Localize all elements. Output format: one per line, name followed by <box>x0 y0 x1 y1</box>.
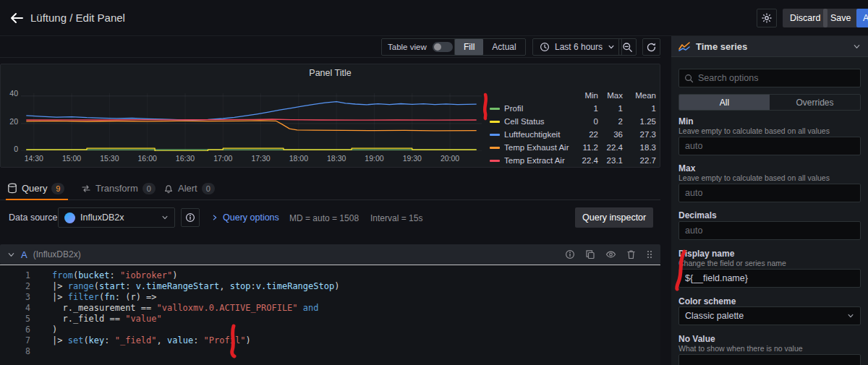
legend-row: Luftfeuchtigkeit 22 36 27.3 <box>490 128 656 141</box>
code-line: 1from(bucket: "iobroker") <box>0 270 660 281</box>
chart-plot[interactable] <box>21 93 482 151</box>
bell-icon <box>163 184 174 194</box>
legend-value-mean: 1 <box>623 104 656 113</box>
legend-series[interactable]: Temp Exhaust Air <box>490 143 574 152</box>
tab-alert[interactable]: Alert 0 <box>163 176 215 200</box>
table-view-toggle[interactable] <box>433 42 453 52</box>
line-number: 1 <box>0 270 30 281</box>
query-datasource-hint: (InfluxDB2x) <box>33 249 81 259</box>
code-text: r._field == "value" <box>52 314 162 325</box>
hide-query-eye-icon[interactable] <box>605 250 616 259</box>
chevron-down-icon <box>853 43 861 51</box>
viz-picker-header[interactable]: Time series <box>671 36 868 57</box>
options-tab-all[interactable]: All <box>679 95 770 110</box>
options-tabs: All Overrides <box>678 94 861 111</box>
legend-value-max: 36 <box>598 130 623 139</box>
line-number: 4 <box>0 303 30 314</box>
legend-value-mean: 27.3 <box>623 130 656 139</box>
refresh-button[interactable] <box>642 38 660 56</box>
option-color-scheme-select[interactable]: Classic palette <box>678 306 861 325</box>
option-max-description: Leave empty to calculate based on all va… <box>678 173 830 182</box>
code-line: 6) <box>0 325 660 335</box>
chevron-down-icon <box>847 312 854 319</box>
apply-button[interactable]: Apply <box>856 9 868 27</box>
code-text: |> filter(fn: (r) => <box>52 292 157 303</box>
time-range-label: Last 6 hours <box>555 42 603 52</box>
legend-series[interactable]: Cell Status <box>490 117 574 126</box>
panel-settings-button[interactable] <box>757 9 777 27</box>
option-decimals-input[interactable] <box>678 221 861 240</box>
legend-series[interactable]: Luftfeuchtigkeit <box>490 130 574 139</box>
legend: Min Max Mean Profil 1 1 1 Cell Status 0 … <box>490 89 656 167</box>
color-scheme-value: Classic palette <box>685 311 744 321</box>
legend-series-swatch <box>490 108 500 110</box>
code-line: 4 r._measurement == "valloxmv.0.ACTIVE_P… <box>0 303 660 314</box>
query-options-link[interactable]: Query options <box>223 212 279 223</box>
legend-value-max: 23.1 <box>598 156 623 165</box>
datasource-help-button[interactable] <box>181 208 200 227</box>
datasource-label: Data source <box>9 212 57 223</box>
x-axis-tick-label: 17:00 <box>213 154 232 163</box>
legend-series[interactable]: Profil <box>490 104 574 113</box>
option-display-name-input[interactable] <box>678 269 861 288</box>
query-inspector-button[interactable]: Query inspector <box>575 207 653 228</box>
option-min-label: Min <box>678 116 694 126</box>
magnifier-minus-icon <box>622 42 633 53</box>
toggle-knob <box>434 43 441 51</box>
actual-button[interactable]: Actual <box>483 39 524 55</box>
option-no-value-input[interactable] <box>678 354 861 365</box>
database-icon <box>7 183 17 194</box>
query-row-header[interactable]: A (InfluxDB2x) <box>0 244 660 265</box>
legend-column-mean[interactable]: Mean <box>623 91 656 100</box>
save-button[interactable]: Save <box>823 9 859 27</box>
tab-transform[interactable]: Transform 0 <box>81 176 156 200</box>
query-help-icon[interactable] <box>565 249 575 259</box>
option-display-name-label: Display name <box>678 249 734 259</box>
legend-column-min[interactable]: Min <box>574 91 598 100</box>
legend-series-swatch <box>490 160 500 162</box>
x-axis-tick-label: 20:00 <box>441 154 459 163</box>
code-line: 3|> filter(fn: (r) => <box>0 292 660 303</box>
legend-series-name: Temp Extract Air <box>504 156 565 165</box>
time-range-picker[interactable]: Last 6 hours <box>532 38 622 56</box>
legend-series[interactable]: Temp Extract Air <box>490 156 574 165</box>
delete-query-trash-icon[interactable] <box>626 249 636 259</box>
legend-column-max[interactable]: Max <box>598 91 623 100</box>
options-tab-overrides[interactable]: Overrides <box>770 95 860 110</box>
search-options-input[interactable] <box>698 73 855 83</box>
x-axis-tick-label: 19:30 <box>403 154 422 163</box>
editor-tabs: Query 9 Transform 0 Alert 0 <box>0 176 660 200</box>
interval-text: Interval = 15s <box>370 213 422 223</box>
timeseries-viz-icon <box>678 41 690 51</box>
panel-options-sidebar: All Overrides Min Leave empty to calcula… <box>671 57 868 365</box>
discard-button[interactable]: Discard <box>783 9 827 27</box>
datasource-picker[interactable]: InfluxDB2x <box>58 207 175 228</box>
legend-value-min: 22 <box>574 130 598 139</box>
collapse-chevron-icon[interactable] <box>7 251 15 259</box>
tab-query[interactable]: Query 9 <box>7 176 64 200</box>
option-max-input[interactable] <box>678 184 861 202</box>
back-button[interactable] <box>9 10 25 26</box>
tab-count-badge: 0 <box>202 183 215 194</box>
options-search[interactable] <box>678 69 861 87</box>
flux-query-editor[interactable]: 1from(bucket: "iobroker") 2|> range(star… <box>0 265 660 365</box>
x-axis-tick-label: 16:30 <box>176 154 195 163</box>
x-axis-tick-label: 15:30 <box>100 154 119 163</box>
arrow-left-icon <box>9 10 25 26</box>
option-min-input[interactable] <box>678 137 861 155</box>
legend-series-swatch <box>490 121 500 123</box>
line-number: 5 <box>0 314 30 325</box>
x-axis-tick-label: 15:00 <box>62 154 81 163</box>
zoom-out-button[interactable] <box>618 38 637 56</box>
influxdb-logo-icon <box>64 212 75 223</box>
code-line: 2|> range(start: v.timeRangeStart, stop:… <box>0 281 660 292</box>
legend-value-min: 1 <box>574 104 598 113</box>
x-axis-tick-label: 17:30 <box>251 154 270 163</box>
drag-handle-icon[interactable] <box>646 249 653 259</box>
active-tab-underline <box>6 199 68 200</box>
x-axis-tick-label: 14:30 <box>25 154 43 163</box>
option-no-value-description: What to show when there is no value <box>678 344 803 353</box>
fill-button[interactable]: Fill <box>455 39 483 55</box>
legend-series-name: Cell Status <box>504 117 545 126</box>
duplicate-query-icon[interactable] <box>585 249 595 259</box>
